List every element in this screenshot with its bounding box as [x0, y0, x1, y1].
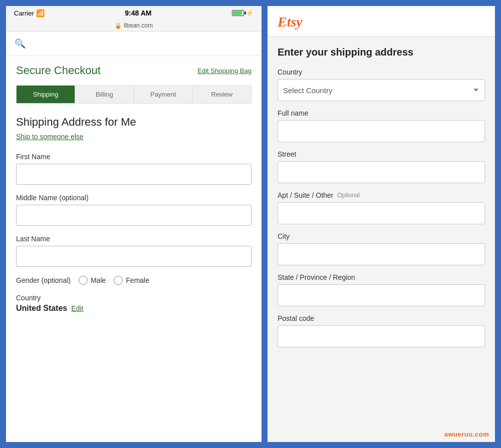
step-review[interactable]: Review — [193, 86, 251, 103]
etsy-fullname-group: Full name — [278, 109, 485, 142]
carrier-label: Carrier — [14, 10, 34, 17]
gender-row: Gender (optional) Male Female — [16, 276, 252, 285]
etsy-country-label: Country — [278, 68, 485, 76]
etsy-postal-label: Postal code — [278, 314, 485, 322]
step-payment[interactable]: Payment — [134, 86, 193, 103]
male-label: Male — [91, 276, 106, 284]
battery-area: ⚡ — [232, 10, 254, 17]
apt-optional-text: Optional — [337, 192, 360, 199]
wifi-icon: 📶 — [36, 9, 45, 17]
etsy-header: Etsy — [268, 6, 495, 37]
middle-name-label: Middle Name (optional) — [16, 194, 252, 202]
section-title: Shipping Address for Me — [16, 116, 252, 129]
etsy-apt-input[interactable] — [278, 202, 485, 224]
middle-name-group: Middle Name (optional) — [16, 194, 252, 226]
male-option[interactable]: Male — [79, 276, 106, 285]
etsy-city-label: City — [278, 232, 485, 240]
etsy-apt-group: Apt / Suite / Other Optional — [278, 191, 485, 224]
battery-icon — [232, 10, 244, 16]
search-icon[interactable]: 🔍 — [12, 36, 28, 52]
last-name-input[interactable] — [16, 246, 252, 267]
female-radio[interactable] — [114, 276, 123, 285]
step-shipping[interactable]: Shipping — [17, 86, 75, 103]
etsy-street-label: Street — [278, 150, 485, 158]
gender-group: Gender (optional) Male Female — [16, 276, 252, 285]
battery-fill — [233, 11, 242, 15]
domain-text: llbean.com — [124, 22, 153, 29]
country-label: Country — [16, 294, 252, 302]
etsy-fullname-input[interactable] — [278, 120, 485, 142]
etsy-street-input[interactable] — [278, 161, 485, 183]
etsy-street-group: Street — [278, 150, 485, 183]
female-label: Female — [126, 276, 149, 284]
etsy-country-select[interactable]: Select Country United States Canada Unit… — [278, 79, 485, 101]
lock-icon: 🔒 — [115, 23, 122, 29]
etsy-apt-label: Apt / Suite / Other Optional — [278, 191, 485, 199]
first-name-label: First Name — [16, 153, 252, 161]
llbean-panel: Carrier 📶 9:48 AM ⚡ 🔒 llbean.com 🔍 Secur… — [6, 6, 262, 442]
etsy-panel: Etsy Enter your shipping address Country… — [268, 6, 495, 442]
etsy-state-group: State / Province / Region — [278, 273, 485, 306]
status-bar: Carrier 📶 9:48 AM ⚡ — [6, 6, 262, 20]
etsy-logo: Etsy — [278, 14, 485, 30]
etsy-city-group: City — [278, 232, 485, 265]
steps-bar: Shipping Billing Payment Review — [16, 85, 252, 104]
first-name-group: First Name — [16, 153, 252, 185]
etsy-postal-input[interactable] — [278, 325, 485, 347]
etsy-fullname-label: Full name — [278, 109, 485, 117]
etsy-form-title: Enter your shipping address — [278, 47, 485, 58]
etsy-country-group: Country Select Country United States Can… — [278, 68, 485, 101]
etsy-content: Enter your shipping address Country Sele… — [268, 37, 495, 442]
female-option[interactable]: Female — [114, 276, 149, 285]
country-edit-link[interactable]: Edit — [71, 304, 83, 312]
step-billing[interactable]: Billing — [75, 86, 134, 103]
last-name-label: Last Name — [16, 235, 252, 243]
country-name: United States — [16, 304, 67, 313]
etsy-city-input[interactable] — [278, 243, 485, 265]
edit-shopping-bag-link[interactable]: Edit Shopping Bag — [197, 67, 252, 75]
checkout-title: Secure Checkout — [16, 64, 101, 77]
time-display: 9:48 AM — [125, 9, 151, 17]
last-name-group: Last Name — [16, 235, 252, 267]
etsy-state-label: State / Province / Region — [278, 273, 485, 281]
watermark: awueruu.com — [444, 430, 489, 438]
gender-label: Gender (optional) — [16, 276, 71, 284]
first-name-input[interactable] — [16, 164, 252, 185]
etsy-state-input[interactable] — [278, 284, 485, 306]
carrier-info: Carrier 📶 — [14, 9, 45, 17]
checkout-header: Secure Checkout Edit Shopping Bag — [16, 64, 252, 77]
charging-icon: ⚡ — [246, 10, 254, 17]
country-value: United States Edit — [16, 304, 252, 313]
etsy-panel-wrapper: Etsy Enter your shipping address Country… — [268, 6, 495, 442]
middle-name-input[interactable] — [16, 205, 252, 226]
address-bar[interactable]: 🔒 llbean.com — [6, 20, 262, 32]
ship-to-someone-else-link[interactable]: Ship to someone else — [16, 133, 252, 141]
male-radio[interactable] — [79, 276, 88, 285]
search-bar-area: 🔍 — [6, 32, 262, 56]
country-section: Country United States Edit — [16, 294, 252, 313]
llbean-content: Secure Checkout Edit Shopping Bag Shippi… — [6, 56, 262, 442]
etsy-postal-group: Postal code — [278, 314, 485, 347]
